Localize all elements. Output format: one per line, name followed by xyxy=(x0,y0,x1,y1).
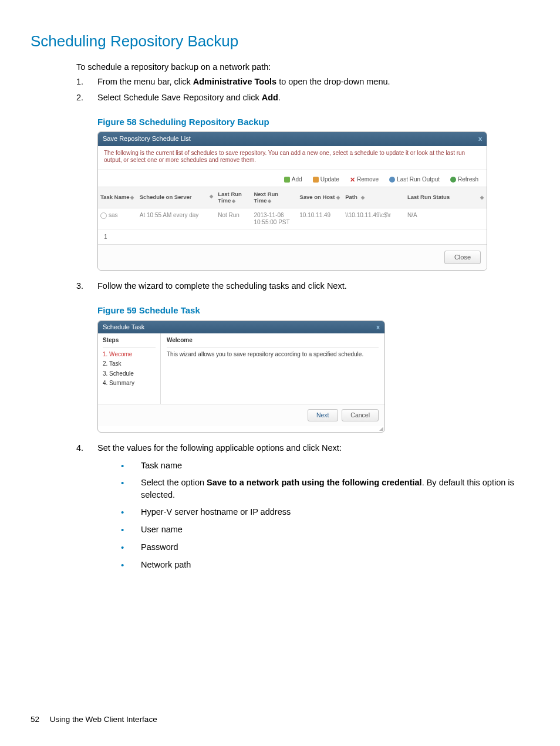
figure-58-caption: Figure 58 Scheduling Repository Backup xyxy=(97,116,529,129)
close-button[interactable]: Close xyxy=(444,251,481,264)
refresh-label: Refresh xyxy=(458,176,478,183)
wizard-step-summary[interactable]: 4. Summary xyxy=(103,380,156,387)
close-icon[interactable]: x xyxy=(376,323,380,332)
steps-header: Steps xyxy=(103,337,156,347)
bullet-task-name: Task name xyxy=(141,460,182,472)
col-save-on-host[interactable]: Save on Host◆ xyxy=(297,187,343,208)
cell-path: \\10.10.11.49\c$\r xyxy=(343,208,405,229)
step-2-text: Select Schedule Save Repository and clic… xyxy=(97,92,529,276)
cell-next-run: 2013-11-06 10:55:00 PST xyxy=(251,208,297,229)
remove-label: Remove xyxy=(357,176,379,183)
step-2-bold: Add xyxy=(262,93,278,102)
last-run-output-label: Last Run Output xyxy=(397,176,440,183)
dialog-description: The following is the current list of sch… xyxy=(98,146,487,170)
output-icon xyxy=(389,177,395,183)
step-3-text: Follow the wizard to complete the schedu… xyxy=(97,281,347,291)
wizard-step-welcome[interactable]: 1. Wecome xyxy=(103,351,156,359)
update-button[interactable]: Update xyxy=(313,176,339,183)
col-path[interactable]: Path◆ xyxy=(343,187,405,208)
refresh-icon xyxy=(450,177,456,183)
wizard-panel-header: Welcome xyxy=(167,337,379,347)
col-next-run-time[interactable]: Next Run Time◆ xyxy=(251,187,297,208)
cell-task-name: sas xyxy=(109,212,118,218)
col-schedule-on-server[interactable]: Schedule on Server◆ xyxy=(137,187,216,208)
step-1-text: From the menu bar, click Administrative … xyxy=(97,76,529,88)
dialog-title: Schedule Task xyxy=(103,323,144,332)
step-2-pre: Select Schedule Save Repository and clic… xyxy=(97,93,262,102)
step-2-post: . xyxy=(278,93,281,102)
wizard-step-schedule[interactable]: 3. Schedule xyxy=(103,370,156,378)
col-tail: ◆ xyxy=(477,187,487,208)
cell-status: N/A xyxy=(405,208,477,229)
bullet-network-path: Network path xyxy=(141,559,191,572)
step-1-post: to open the drop-down menu. xyxy=(276,77,390,86)
col-last-run-status[interactable]: Last Run Status xyxy=(405,187,477,208)
update-label: Update xyxy=(321,176,339,183)
update-icon xyxy=(313,177,319,183)
cancel-button[interactable]: Cancel xyxy=(342,409,379,421)
step-number-2: 2. xyxy=(76,92,97,276)
step-number-3: 3. xyxy=(76,280,97,439)
intro-text: To schedule a repository backup on a net… xyxy=(76,61,529,73)
col-task-name[interactable]: Task Name◆ xyxy=(98,187,137,208)
dialog-title: Save Repository Schedule List xyxy=(103,135,191,143)
last-run-output-button[interactable]: Last Run Output xyxy=(389,176,440,183)
bullet-username: User name xyxy=(141,524,183,536)
col-last-run-time[interactable]: Last Run Time◆ xyxy=(215,187,251,208)
schedule-table: Task Name◆ Schedule on Server◆ Last Run … xyxy=(98,187,487,230)
step-4-text: Set the values for the following applica… xyxy=(97,443,342,453)
wizard-steps-panel: Steps 1. Wecome 2. Task 3. Schedule 4. S… xyxy=(98,333,161,404)
step-1-bold: Administrative Tools xyxy=(193,77,276,86)
bullet-save-bold: Save to a network path using the followi… xyxy=(207,478,422,487)
bullet-hostname: Hyper-V server hostname or IP address xyxy=(141,506,291,519)
close-icon[interactable]: x xyxy=(478,135,482,143)
bullet-save-option: Select the option Save to a network path… xyxy=(141,477,529,501)
save-repository-schedule-dialog: Save Repository Schedule List x The foll… xyxy=(97,131,487,270)
remove-button[interactable]: ✕Remove xyxy=(350,176,379,183)
wizard-panel-body: This wizard allows you to save repositor… xyxy=(167,351,379,359)
add-button[interactable]: Add xyxy=(284,176,302,183)
bullet-save-pre: Select the option xyxy=(141,478,207,487)
cell-last-run: Not Run xyxy=(215,208,251,229)
remove-icon: ✕ xyxy=(350,177,355,183)
resize-handle-icon[interactable]: ◢ xyxy=(98,426,384,432)
step-number-1: 1. xyxy=(76,76,97,88)
add-label: Add xyxy=(292,176,302,183)
cell-save-host: 10.10.11.49 xyxy=(297,208,343,229)
bullet-password: Password xyxy=(141,541,178,554)
page-title: Scheduling Repository Backup xyxy=(31,31,529,53)
table-row[interactable]: sas At 10:55 AM every day Not Run 2013-1… xyxy=(98,208,487,229)
step-number-4: 4. xyxy=(76,442,97,576)
pager: 1 xyxy=(98,230,487,244)
schedule-task-dialog: Schedule Task x Steps 1. Wecome 2. Task … xyxy=(97,320,385,433)
figure-59-caption: Figure 59 Schedule Task xyxy=(97,304,529,317)
wizard-step-task[interactable]: 2. Task xyxy=(103,360,156,368)
step-1-pre: From the menu bar, click xyxy=(97,77,193,86)
next-button[interactable]: Next xyxy=(308,409,338,421)
refresh-button[interactable]: Refresh xyxy=(450,176,478,183)
cell-schedule: At 10:55 AM every day xyxy=(137,208,216,229)
add-icon xyxy=(284,177,290,183)
row-radio[interactable] xyxy=(100,212,107,219)
